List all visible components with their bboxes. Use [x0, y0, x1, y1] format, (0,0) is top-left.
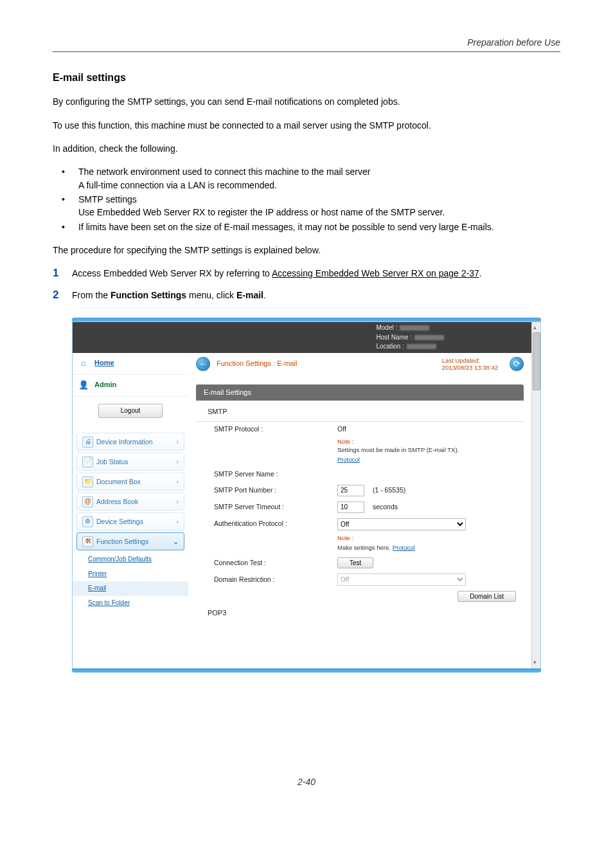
nav-home-link[interactable]: Home	[94, 358, 114, 368]
nav-home-row[interactable]: ⌂ Home	[73, 353, 188, 375]
field-value: Off	[337, 424, 524, 434]
last-updated: Last Updated: 2013/08/23 13:38:42	[442, 357, 503, 372]
domain-restriction-select: Off	[337, 574, 466, 586]
protocol-link[interactable]: Protocol	[393, 544, 415, 551]
sidebar-item-label: Address Book	[96, 497, 138, 507]
chevron-right-icon: ›	[177, 497, 179, 507]
step-text: From the	[72, 290, 111, 300]
bullet-text: A full-time connection via a LAN is reco…	[78, 179, 560, 192]
page-header-text: Preparation before Use	[467, 37, 560, 48]
device-info-band: Model : Host Name : Location :	[73, 322, 540, 353]
sidebar-item-function-settings[interactable]: 🛠 Function Settings ⌄	[76, 532, 184, 550]
row-smtp-server-name: SMTP Server Name :	[196, 467, 524, 482]
step-text: .	[263, 290, 266, 300]
nav-admin-label: Admin	[94, 380, 116, 390]
breadcrumb: Function Settings : E-mail	[217, 359, 297, 369]
address-book-icon: @	[82, 496, 93, 507]
row-domain-restriction: Domain Restriction : Off	[196, 571, 524, 588]
step-text: Access Embedded Web Server RX by referri…	[72, 268, 272, 278]
job-status-icon: 📄	[82, 457, 93, 467]
scroll-up-icon[interactable]: ▴	[533, 323, 537, 332]
bullet-item: The network environment used to connect …	[62, 165, 560, 192]
model-label: Model :	[376, 324, 397, 331]
bullet-text: SMTP settings	[78, 194, 137, 204]
row-connection-test: Connection Test : Test	[196, 555, 524, 571]
device-settings-icon: ⚙	[82, 516, 93, 527]
paragraph: In addition, check the following.	[53, 142, 560, 155]
sidebar-item-job-status[interactable]: 📄 Job Status ›	[76, 453, 184, 471]
function-settings-icon: 🛠	[82, 536, 93, 547]
breadcrumb-row: ← Function Settings : E-mail Last Update…	[188, 353, 531, 375]
note-text: Make settings here.	[337, 544, 391, 551]
sidebar-item-device-information[interactable]: 🖨 Device Information ›	[76, 433, 184, 451]
vertical-scrollbar[interactable]: ▴ ▾	[531, 322, 540, 668]
device-info-icon: 🖨	[82, 437, 93, 448]
row-smtp-port: SMTP Port Number : (1 - 65535)	[196, 482, 524, 499]
sidebar-item-label: Job Status	[96, 457, 129, 467]
back-button[interactable]: ←	[196, 357, 210, 371]
sidebar-item-device-settings[interactable]: ⚙ Device Settings ›	[76, 512, 184, 530]
field-hint: (1 - 65535)	[373, 486, 405, 494]
step-list: Access Embedded Web Server RX by referri…	[53, 267, 560, 302]
embedded-screenshot: Model : Host Name : Location : ▴ ▾ ⌂ Hom…	[72, 318, 541, 673]
scroll-thumb[interactable]	[533, 332, 540, 390]
bullet-item: SMTP settings Use Embedded Web Server RX…	[62, 193, 560, 219]
nav-admin-row: 👤 Admin	[73, 375, 188, 397]
domain-list-button[interactable]: Domain List	[458, 591, 516, 602]
bullet-text: Use Embedded Web Server RX to register t…	[78, 206, 560, 219]
field-label: SMTP Server Name :	[214, 469, 337, 479]
logout-button[interactable]: Logout	[98, 404, 163, 419]
test-button[interactable]: Test	[337, 557, 373, 568]
smtp-section-header: SMTP	[196, 401, 524, 422]
field-label: Authentication Protocol :	[214, 519, 337, 529]
note-label: Note :	[337, 437, 524, 446]
settings-panel: ← Function Settings : E-mail Last Update…	[188, 353, 531, 668]
bullet-text: The network environment used to connect …	[78, 167, 370, 177]
bullet-list: The network environment used to connect …	[62, 165, 560, 233]
chevron-right-icon: ›	[177, 457, 179, 467]
chevron-right-icon: ›	[177, 517, 179, 527]
field-label: SMTP Server Timeout :	[214, 502, 337, 512]
smtp-port-input[interactable]	[337, 485, 364, 496]
row-auth-note: Note : Make settings here. Protocol	[196, 533, 524, 555]
field-label: Connection Test :	[214, 558, 337, 568]
sidebar-sub-scan-to-folder[interactable]: Scan to Folder	[73, 596, 188, 611]
refresh-button[interactable]: ⟳	[510, 357, 524, 371]
last-updated-value: 2013/08/23 13:38:42	[442, 364, 498, 371]
page-number: 2-40	[53, 775, 560, 788]
step-item: From the Function Settings menu, click E…	[53, 289, 560, 302]
step-text: E-mail	[236, 290, 263, 300]
blurred-value	[407, 344, 436, 349]
hostname-label: Host Name :	[376, 334, 412, 341]
smtp-timeout-input[interactable]	[337, 502, 364, 513]
row-smtp-timeout: SMTP Server Timeout : seconds	[196, 499, 524, 516]
chevron-right-icon: ›	[177, 437, 179, 447]
page-header: Preparation before Use	[53, 36, 560, 52]
sidebar-item-document-box[interactable]: 📁 Document Box ›	[76, 473, 184, 491]
pop3-section-header: POP3	[196, 604, 524, 620]
sidebar-item-label: Device Information	[96, 437, 153, 447]
protocol-link[interactable]: Protocol	[337, 456, 360, 463]
home-icon: ⌂	[78, 357, 89, 369]
sidebar-sub-printer[interactable]: Printer	[73, 567, 188, 582]
sidebar-item-address-book[interactable]: @ Address Book ›	[76, 493, 184, 511]
sidebar-sub-email[interactable]: E-mail	[73, 581, 188, 596]
step-item: Access Embedded Web Server RX by referri…	[53, 267, 560, 280]
left-navigation: ⌂ Home 👤 Admin Logout 🖨 Device Informati…	[73, 353, 188, 668]
paragraph: The procedure for specifying the SMTP se…	[53, 244, 560, 257]
cross-reference-link[interactable]: Accessing Embedded Web Server RX on page…	[272, 268, 479, 278]
document-box-icon: 📁	[82, 476, 93, 487]
field-label: SMTP Port Number :	[214, 485, 337, 495]
paragraph: To use this function, this machine must …	[53, 119, 560, 132]
note-label: Note :	[337, 534, 353, 541]
sidebar-sub-common-job-defaults[interactable]: Common/Job Defaults	[73, 552, 188, 567]
chevron-right-icon: ›	[177, 477, 179, 487]
blurred-value	[414, 335, 444, 340]
sidebar-item-label: Document Box	[96, 477, 141, 487]
scroll-down-icon[interactable]: ▾	[533, 658, 537, 667]
bullet-item: If limits have been set on the size of E…	[62, 221, 560, 233]
step-text: Function Settings	[111, 290, 186, 300]
field-label: SMTP Protocol :	[214, 424, 337, 434]
auth-protocol-select[interactable]: Off	[337, 518, 466, 530]
blurred-value	[400, 325, 429, 330]
